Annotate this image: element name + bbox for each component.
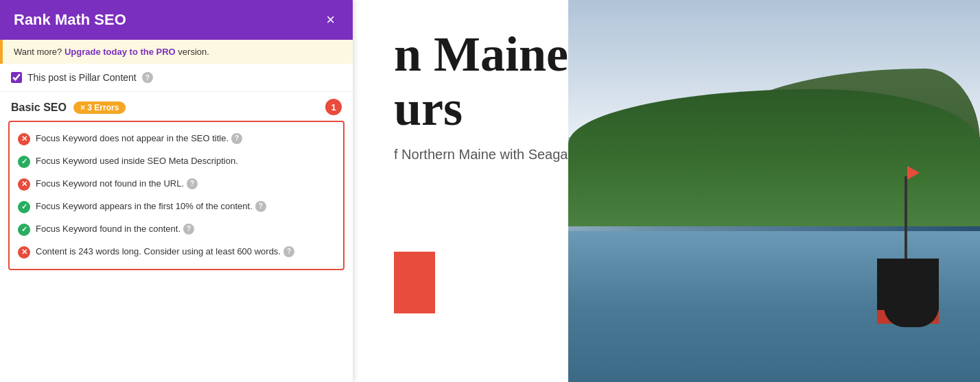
- basic-seo-section-header: Basic SEO × 3 Errors 1: [0, 92, 353, 121]
- boat-mast: [905, 176, 907, 259]
- pillar-content-row: This post is Pillar Content ?: [0, 64, 353, 92]
- panel-header: Rank Math SEO ×: [0, 0, 353, 40]
- article-title-line2: urs: [394, 81, 463, 136]
- error-icon: ✕: [18, 133, 30, 145]
- basic-seo-title: Basic SEO: [11, 102, 67, 114]
- check-text-label: Focus Keyword appears in the first 10% o…: [36, 200, 253, 213]
- upgrade-link[interactable]: Upgrade today to the PRO: [65, 47, 176, 57]
- errors-badge-label: × 3 Errors: [80, 103, 119, 112]
- success-icon: ✓: [18, 156, 30, 168]
- upgrade-text-before: Want more?: [14, 47, 65, 57]
- check-item: ✓ Focus Keyword used inside SEO Meta Des…: [10, 150, 343, 173]
- pillar-help-icon[interactable]: ?: [142, 72, 153, 83]
- errors-badge: × 3 Errors: [73, 102, 126, 114]
- check-text-label: Focus Keyword found in the content.: [36, 223, 180, 235]
- seo-checks-list: ✕ Focus Keyword does not appear in the S…: [8, 121, 345, 270]
- check-item: ✓ Focus Keyword appears in the first 10%…: [10, 195, 343, 218]
- boat-hull: [884, 307, 939, 327]
- success-icon: ✓: [18, 201, 30, 213]
- check-text-label: Focus Keyword not found in the URL.: [36, 178, 184, 190]
- notification-badge: 1: [325, 99, 342, 115]
- upgrade-text-after: version.: [176, 47, 209, 57]
- close-button[interactable]: ×: [322, 11, 339, 29]
- pillar-content-checkbox[interactable]: [11, 72, 22, 83]
- boat-illustration: [870, 204, 953, 327]
- check-help-icon[interactable]: ?: [255, 201, 266, 212]
- check-text-label: Focus Keyword does not appear in the SEO…: [36, 132, 229, 145]
- boat-body: [877, 259, 939, 313]
- check-text-label: Content is 243 words long. Consider usin…: [36, 246, 281, 258]
- check-help-icon[interactable]: ?: [183, 224, 194, 235]
- check-item: ✕ Focus Keyword does not appear in the S…: [10, 128, 343, 150]
- check-text-label: Focus Keyword used inside SEO Meta Descr…: [36, 155, 335, 167]
- check-help-icon[interactable]: ?: [283, 246, 294, 257]
- red-decorative-block: [394, 252, 435, 313]
- check-item: ✕ Focus Keyword not found in the URL. ?: [10, 173, 343, 195]
- boat-flag: [907, 166, 920, 180]
- upgrade-banner: Want more? Upgrade today to the PRO vers…: [0, 40, 353, 64]
- check-help-icon[interactable]: ?: [231, 133, 242, 144]
- article-title-line1: n Maine: [394, 27, 568, 82]
- check-item: ✓ Focus Keyword found in the content. ?: [10, 218, 343, 241]
- pillar-content-label: This post is Pillar Content: [27, 72, 137, 83]
- background-image: [568, 0, 980, 382]
- error-icon: ✕: [18, 178, 30, 191]
- error-icon: ✕: [18, 246, 30, 259]
- check-help-icon[interactable]: ?: [187, 178, 198, 189]
- panel-body: Want more? Upgrade today to the PRO vers…: [0, 40, 353, 382]
- panel-title: Rank Math SEO: [14, 11, 126, 29]
- main-content-area: n Maine urs f Northern Maine with Seagat…: [353, 0, 980, 382]
- success-icon: ✓: [18, 224, 30, 236]
- check-item: ✕ Content is 243 words long. Consider us…: [10, 241, 343, 263]
- rank-math-panel: Rank Math SEO × Want more? Upgrade today…: [0, 0, 353, 382]
